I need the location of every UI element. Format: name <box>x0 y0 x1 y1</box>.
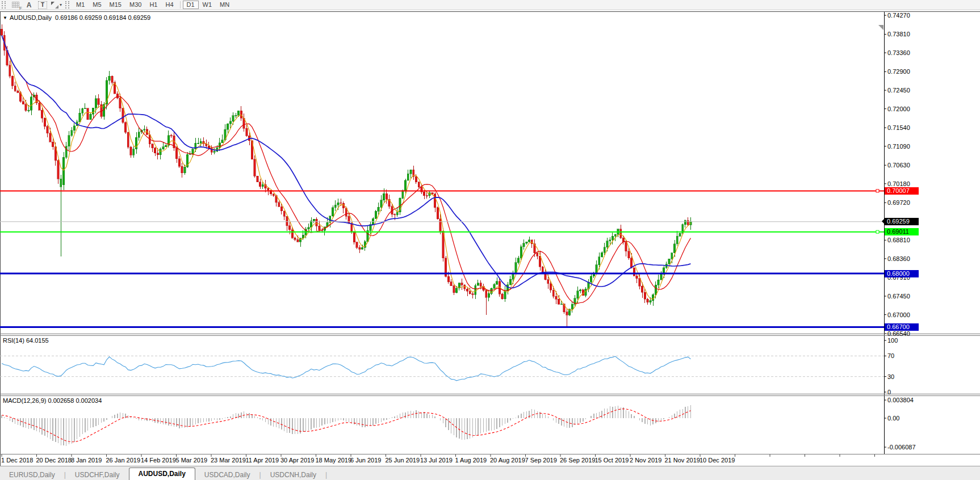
price-axis-tick: 0.72450 <box>887 87 910 94</box>
current-price-flag: 0.69259 <box>885 218 919 225</box>
pane-divider[interactable] <box>0 395 980 396</box>
price-axis-tick: 0.73360 <box>887 49 910 56</box>
timeframe-button-mn[interactable]: MN <box>216 1 233 9</box>
price-axis-tick: 0.74270 <box>887 12 910 19</box>
timeframe-button-m5[interactable]: M5 <box>89 1 105 9</box>
toolbar-drag-handle[interactable] <box>2 1 6 9</box>
price-axis-tick: 0.72900 <box>887 68 910 75</box>
pane-divider[interactable] <box>0 394 980 394</box>
price-axis-tick: 0.69720 <box>887 199 910 206</box>
date-axis-label: 20 Dec 2018 <box>36 457 72 464</box>
price-axis-tick: 0.67450 <box>887 293 910 300</box>
price-axis-tick: 0.68810 <box>887 237 910 243</box>
price-axis-tick: 0.71540 <box>887 124 910 131</box>
chart-symbol: AUDUSD,Daily <box>10 14 52 21</box>
macd-axis-tick: 0.00 <box>887 415 899 422</box>
price-level-flag-0.68000: 0.68000 <box>885 270 919 277</box>
date-axis-label: 2 Nov 2019 <box>630 457 661 464</box>
text-box-glyph: T <box>38 1 47 9</box>
date-axis-label: 10 Dec 2019 <box>700 457 735 464</box>
price-flag-arrow <box>882 218 885 224</box>
collapse-triangle-icon[interactable]: ▼ <box>3 15 7 20</box>
chart-ohlc-values: 0.69186 0.69259 0.69184 0.69259 <box>55 14 150 21</box>
price-axis-tick: 0.66540 <box>887 330 910 337</box>
price-axis-tick: 0.72000 <box>887 106 910 112</box>
price-axis-tick: 0.71090 <box>887 143 910 150</box>
date-axis-label: 30 Apr 2019 <box>280 457 314 464</box>
date-axis-label: 13 Jul 2019 <box>420 457 453 464</box>
date-axis-label: 11 Apr 2019 <box>246 457 279 464</box>
timeframe-button-m30[interactable]: M30 <box>125 1 145 9</box>
timeframe-button-h1[interactable]: H1 <box>145 1 161 9</box>
chevron-down-icon: ▾ <box>60 2 62 7</box>
price-axis-tick: 0.70180 <box>887 180 910 187</box>
date-axis-label: 18 May 2019 <box>316 457 352 464</box>
tab-usdchf-daily[interactable]: USDCHF,Daily <box>66 470 129 480</box>
date-axis-label: 7 Sep 2019 <box>525 457 557 464</box>
grid-f-label: F <box>19 6 22 11</box>
tab-usdcad-daily[interactable]: USDCAD,Daily <box>195 470 259 480</box>
timeframe-button-w1[interactable]: W1 <box>199 1 216 9</box>
pane-divider[interactable] <box>0 334 980 334</box>
tab-audusd-daily[interactable]: AUDUSD,Daily <box>129 468 195 480</box>
scroll-to-end-marker[interactable] <box>878 25 883 30</box>
chart-tab-bar: EURUSD,Daily|USDCHF,DailyAUDUSD,DailyUSD… <box>0 466 980 480</box>
timeframe-button-m1[interactable]: M1 <box>72 1 89 9</box>
date-axis-label: 25 Jun 2019 <box>386 457 420 464</box>
text-label-icon[interactable]: A <box>24 1 34 9</box>
price-axis-tick: 0.68360 <box>887 255 910 262</box>
rsi-axis-tick: 30 <box>887 373 894 380</box>
price-level-flag-0.69011: 0.69011 <box>885 228 919 235</box>
date-axis-label: 26 Sep 2019 <box>560 457 595 464</box>
date-axis-label: 6 Jun 2019 <box>350 457 381 464</box>
chart-title: ▼AUDUSD,Daily 0.69186 0.69259 0.69184 0.… <box>3 14 150 21</box>
timeframe-button-m15[interactable]: M15 <box>106 1 125 9</box>
date-axis-label: 23 Mar 2019 <box>211 457 246 464</box>
date-axis-label: 14 Feb 2019 <box>141 457 176 464</box>
text-box-icon[interactable]: T <box>37 1 48 9</box>
timeframe-button-h4[interactable]: H4 <box>161 1 177 9</box>
date-axis-label: 5 Mar 2019 <box>176 457 208 464</box>
date-axis-label: 1 Dec 2018 <box>1 457 33 464</box>
price-axis-tick: 0.73810 <box>887 31 910 37</box>
rsi-pane-label: RSI(14) 64.0155 <box>3 337 49 344</box>
arrows-glyph <box>51 2 58 9</box>
timeframe-toolbar: M1M5M15M30H1H4D1W1MN <box>72 0 233 10</box>
price-axis-tick: 0.70630 <box>887 162 910 169</box>
rsi-axis-tick: 70 <box>887 352 894 359</box>
top-toolbar: F A T ▾ M1M5M15M30H1H4D1W1MN <box>0 0 980 10</box>
price-level-flag-0.70007: 0.70007 <box>885 187 919 195</box>
toolbar-drag-handle[interactable] <box>65 1 69 9</box>
rsi-axis-tick: 100 <box>887 337 898 344</box>
date-axis-label: 15 Oct 2019 <box>595 457 629 464</box>
pane-divider[interactable] <box>0 335 980 336</box>
date-axis-label: 21 Nov 2019 <box>665 457 700 464</box>
date-axis-label: 20 Aug 2019 <box>490 457 525 464</box>
toolbar-separator <box>180 1 181 9</box>
date-axis-label: 8 Jan 2019 <box>71 457 102 464</box>
price-level-flag-0.66700: 0.66700 <box>885 323 919 331</box>
chart-window <box>0 11 980 466</box>
price-axis-tick: 0.67000 <box>887 311 910 318</box>
tab-eurusd-daily[interactable]: EURUSD,Daily <box>0 470 64 480</box>
timeframe-button-d1[interactable]: D1 <box>183 1 199 9</box>
date-axis-label: 26 Jan 2019 <box>106 457 141 464</box>
date-axis-label: 1 Aug 2019 <box>455 457 487 464</box>
tab-separator: | <box>325 470 327 480</box>
grid-glyph <box>12 2 19 8</box>
cursor-tools-icon[interactable]: ▾ <box>51 1 62 9</box>
macd-axis-tick: -0.006087 <box>887 444 916 450</box>
rsi-axis-tick: 0 <box>887 389 891 395</box>
macd-axis-tick: 0.003804 <box>887 397 914 403</box>
date-axis-divider <box>0 454 980 454</box>
tab-usdcnh-daily[interactable]: USDCNH,Daily <box>261 470 325 480</box>
chart-windows-icon[interactable]: F <box>10 1 20 9</box>
macd-pane-label: MACD(12,26,9) 0.002658 0.002034 <box>3 397 102 404</box>
